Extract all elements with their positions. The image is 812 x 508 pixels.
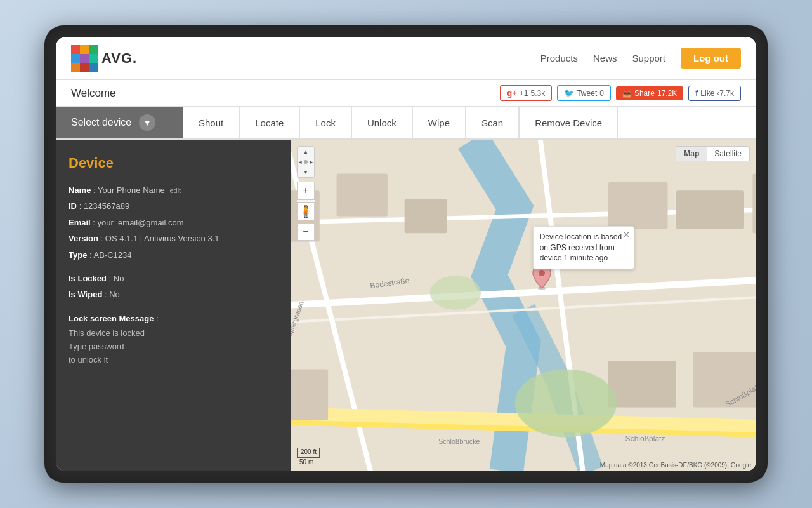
svg-rect-7	[80, 63, 89, 72]
svg-rect-21	[676, 190, 744, 229]
main-content: Device Name : Your Phone Name edit ID : …	[56, 140, 756, 471]
facebook-icon: f	[695, 89, 698, 98]
map-area: Bodestraße Am Kupfergraben Schloßplatz S…	[291, 140, 756, 471]
device-wiped-label: Is Wiped	[69, 290, 102, 299]
device-locked-row: Is Locked : No	[69, 271, 278, 286]
nav-news[interactable]: News	[593, 53, 617, 64]
map-tooltip-close[interactable]: ✕	[623, 229, 630, 241]
select-device-arrow-icon: ▼	[139, 114, 155, 131]
device-info: Name : Your Phone Name edit ID : 1234567…	[69, 183, 278, 367]
logo-area: AVG.	[71, 45, 137, 72]
select-device-dropdown[interactable]: Select device ▼	[56, 107, 183, 138]
tab-locate[interactable]: Locate	[239, 107, 299, 138]
tweet-button[interactable]: 🐦 Tweet 0	[557, 85, 611, 101]
nav-tabs: Select device ▼ Shout Locate Lock Unlock…	[56, 107, 756, 140]
svg-rect-6	[71, 63, 80, 72]
share-count: 17.2K	[657, 89, 677, 98]
nav-products[interactable]: Products	[540, 53, 578, 64]
nav-support[interactable]: Support	[632, 53, 665, 64]
svg-text:Schloßbrücke: Schloßbrücke	[438, 438, 480, 445]
map-tooltip: ✕ Device location is based on GPS receiv…	[533, 226, 634, 269]
device-name-edit[interactable]: edit	[169, 187, 181, 194]
google-plus-count: 5.3k	[531, 89, 546, 98]
twitter-icon: 🐦	[564, 88, 574, 98]
svg-rect-8	[89, 63, 98, 72]
device-type-row: Type : AB-C1234	[69, 248, 278, 262]
svg-rect-2	[89, 45, 98, 54]
map-type-map-button[interactable]: Map	[676, 147, 707, 161]
device-id-row: ID : 1234567a89	[69, 199, 278, 213]
google-plus-label: +1	[520, 89, 528, 98]
map-nav-control[interactable]: ▲ ◄► ▼	[297, 146, 315, 178]
map-svg: Bodestraße Am Kupfergraben Schloßplatz S…	[291, 140, 756, 471]
avg-logo-icon	[71, 45, 98, 72]
device-version-label: Version	[69, 234, 98, 243]
share-icon: 📤	[622, 89, 632, 98]
tab-remove-device[interactable]: Remove Device	[519, 107, 618, 138]
map-controls: ▲ ◄► ▼ + 🧍 −	[297, 146, 315, 241]
facebook-like-button[interactable]: f Like ‹7.7k	[688, 86, 741, 101]
device-name-row: Name : Your Phone Name edit	[69, 183, 278, 197]
welcome-title: Welcome	[71, 87, 116, 100]
device-id-value: 1234567a89	[84, 201, 129, 211]
lock-screen-label: Lock screen Message	[69, 314, 154, 323]
device-type-value: AB-C1234	[94, 250, 132, 260]
svg-rect-25	[693, 352, 756, 408]
device-lock-section: Is Locked : No Is Wiped : No	[69, 271, 278, 302]
svg-rect-4	[80, 54, 89, 63]
map-zoom-in[interactable]: +	[297, 182, 315, 199]
svg-text:Schloßplatz: Schloßplatz	[625, 434, 665, 443]
svg-point-28	[430, 276, 481, 310]
tab-shout[interactable]: Shout	[183, 107, 239, 138]
svg-rect-5	[89, 54, 98, 63]
svg-rect-22	[752, 174, 756, 234]
svg-rect-19	[405, 199, 447, 234]
device-id-label: ID	[69, 201, 77, 211]
svg-rect-24	[608, 361, 676, 408]
device-email-label: Email	[69, 218, 91, 227]
svg-rect-1	[80, 45, 89, 54]
map-type-satellite-button[interactable]: Satellite	[707, 147, 749, 161]
tab-wipe[interactable]: Wipe	[412, 107, 466, 138]
lock-screen-text: This device is lockedType passwordto unl…	[69, 327, 278, 366]
device-name-value: Your Phone Name	[98, 185, 165, 195]
device-email-value: your_email@gmail.com	[98, 218, 184, 227]
device-version-value: OS 4.1.1 | Antivirus Version 3.1	[105, 234, 219, 243]
device-wiped-value: No	[109, 290, 120, 299]
map-scale: 200 ft 50 m	[297, 448, 320, 466]
device-locked-value: No	[114, 274, 124, 283]
svg-rect-20	[608, 182, 668, 229]
social-buttons: g+ +1 5.3k 🐦 Tweet 0 📤 Share 17.2K f Lik…	[500, 85, 741, 101]
device-type-label: Type	[69, 250, 87, 260]
select-device-label: Select device	[71, 117, 131, 128]
svg-point-27	[515, 369, 617, 437]
svg-rect-18	[337, 174, 388, 217]
map-scale-m: 50 m	[297, 458, 320, 466]
map-zoom-out[interactable]: −	[297, 223, 315, 241]
avg-logo-text: AVG.	[102, 50, 137, 67]
svg-rect-0	[71, 45, 80, 54]
device-name-label: Name	[69, 185, 91, 195]
map-type-toggle: Map Satellite	[676, 146, 750, 161]
svg-point-35	[539, 270, 545, 276]
logout-button[interactable]: Log out	[681, 48, 741, 69]
device-wiped-row: Is Wiped : No	[69, 287, 278, 302]
tab-lock[interactable]: Lock	[299, 107, 351, 138]
map-person-icon[interactable]: 🧍	[297, 203, 315, 220]
tweet-count: 0	[599, 89, 604, 98]
share-label: Share	[634, 89, 655, 98]
lock-screen-message-section: Lock screen Message : This device is loc…	[69, 311, 278, 367]
welcome-bar: Welcome g+ +1 5.3k 🐦 Tweet 0 📤 Share 17.…	[56, 80, 756, 107]
map-scale-ft: 200 ft	[297, 448, 320, 458]
svg-rect-23	[291, 369, 328, 420]
device-title: Device	[69, 155, 278, 171]
google-plus-icon: g+	[507, 88, 517, 98]
device-email-row: Email : your_email@gmail.com	[69, 215, 278, 230]
google-plus-button[interactable]: g+ +1 5.3k	[500, 85, 552, 101]
nav-area: Products News Support Log out	[540, 48, 741, 69]
tab-scan[interactable]: Scan	[466, 107, 519, 138]
header: AVG. Products News Support Log out	[56, 37, 756, 80]
tab-unlock[interactable]: Unlock	[351, 107, 412, 138]
tweet-label: Tweet	[577, 89, 597, 98]
share-button[interactable]: 📤 Share 17.2K	[616, 86, 683, 100]
